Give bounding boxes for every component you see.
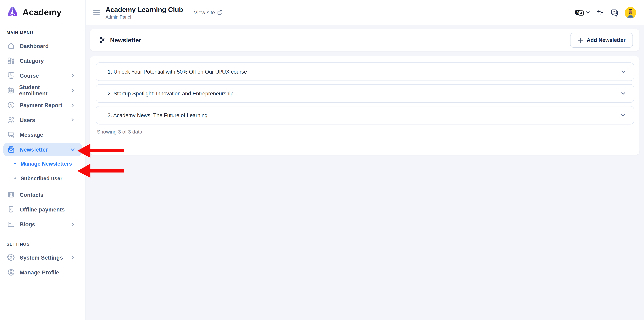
language-selector[interactable]: A [575, 8, 590, 17]
page-content: Newsletter Add Newsletter 1. Unlock Your… [86, 25, 644, 320]
chevron-right-icon [71, 222, 75, 226]
home-icon [7, 42, 15, 50]
brand-name: Academy [22, 8, 62, 17]
sidebar-subitem-label: Manage Newsletters [20, 160, 72, 166]
site-subtitle: Admin Panel [106, 14, 183, 19]
sidebar-item-payment-report[interactable]: $ Payment Report [0, 98, 86, 112]
page-title: Newsletter [110, 36, 141, 44]
chevron-right-icon [71, 103, 75, 107]
sidebar-subitem-manage-newsletters[interactable]: Manage Newsletters [0, 156, 86, 171]
sidebar-item-users[interactable]: Users [0, 112, 86, 128]
newsletter-title: 3. Academy News: The Future of Learning [108, 112, 208, 118]
bullet-dot [14, 163, 16, 164]
sidebar-item-label: Blogs [20, 221, 35, 228]
sidebar-item-offline-payments[interactable]: Offline payments [0, 202, 86, 217]
course-board-icon [7, 72, 15, 80]
gear-icon [7, 254, 15, 262]
sidebar-item-contacts[interactable]: Contacts [0, 187, 86, 202]
student-enrollment-icon [7, 86, 14, 94]
hamburger-menu-icon[interactable] [92, 8, 102, 17]
sidebar: Academy MAIN MENU Dashboard Category [0, 0, 86, 320]
add-newsletter-label: Add Newsletter [586, 37, 626, 43]
receipt-icon [7, 206, 15, 214]
newsletter-mail-icon [7, 146, 15, 154]
category-grid-icon [7, 57, 15, 65]
view-site-label: View site [194, 10, 215, 16]
sidebar-item-student-enrollment[interactable]: Student enrollment [0, 83, 86, 98]
external-link-icon [217, 10, 222, 15]
view-site-link[interactable]: View site [194, 10, 222, 16]
sidebar-subitem-subscribed-user[interactable]: Subscribed user [0, 171, 86, 186]
sidebar-section-settings: SETTINGS [6, 242, 79, 246]
avatar-image [625, 7, 636, 18]
showing-count-text: Showing 3 of 3 data [97, 129, 634, 135]
language-icon: A [575, 8, 584, 17]
help-button[interactable]: ? [610, 8, 619, 17]
sidebar-item-category[interactable]: Category [0, 53, 86, 68]
chevron-down-icon[interactable] [620, 68, 626, 75]
page-titlebar-card: Newsletter Add Newsletter [90, 29, 640, 51]
ai-assistant-button[interactable] [596, 8, 604, 17]
chevron-down-icon[interactable] [620, 112, 626, 118]
sidebar-item-course[interactable]: Course [0, 68, 86, 83]
chevron-right-icon [71, 256, 75, 260]
sliders-icon [99, 36, 106, 44]
sidebar-item-label: Users [20, 117, 35, 123]
sidebar-item-system-settings[interactable]: System Settings [0, 250, 86, 265]
site-title-block: Academy Learning Club Admin Panel [106, 6, 183, 19]
sidebar-item-label: Student enrollment [19, 84, 66, 96]
sidebar-item-label: Dashboard [20, 43, 49, 49]
main-area: Academy Learning Club Admin Panel View s… [86, 0, 644, 320]
chevron-right-icon [71, 88, 75, 92]
users-icon [7, 116, 15, 124]
sidebar-item-label: Course [20, 72, 39, 79]
chevron-down-icon [71, 147, 75, 152]
sidebar-subitem-label: Subscribed user [20, 175, 62, 182]
topbar-actions: A [575, 7, 636, 18]
sidebar-item-newsletter[interactable]: Newsletter [3, 143, 82, 156]
payment-dollar-icon: $ [7, 101, 15, 109]
sidebar-item-label: Contacts [20, 192, 44, 198]
sidebar-item-label: Category [20, 58, 44, 64]
sidebar-item-message[interactable]: Message [0, 127, 86, 142]
sidebar-item-label: Message [20, 132, 43, 138]
sidebar-item-label: Payment Report [20, 102, 62, 108]
site-title: Academy Learning Club [106, 6, 183, 14]
newsletter-title: 1. Unlock Your Potential with 50% Off on… [108, 68, 247, 75]
newsletter-accordion-row[interactable]: 3. Academy News: The Future of Learning [96, 106, 634, 124]
sidebar-item-manage-profile[interactable]: Manage Profile [0, 265, 86, 280]
topbar: Academy Learning Club Admin Panel View s… [86, 0, 644, 25]
newsletter-accordion-row[interactable]: 1. Unlock Your Potential with 50% Off on… [96, 62, 634, 81]
sidebar-item-label: Offline payments [20, 206, 65, 213]
sidebar-section-main-menu: MAIN MENU [6, 30, 79, 35]
user-avatar[interactable] [625, 7, 636, 18]
svg-text:$: $ [10, 103, 12, 107]
add-newsletter-button[interactable]: Add Newsletter [570, 32, 633, 48]
blogs-icon [7, 220, 15, 228]
brand-logo: Academy [0, 0, 86, 25]
bullet-dot [14, 178, 16, 179]
newsletter-title: 2. Startup Spotlight: Innovation and Ent… [108, 90, 234, 96]
chevron-down-icon[interactable] [620, 90, 626, 96]
sidebar-item-label: Newsletter [20, 146, 48, 153]
sidebar-item-label: Manage Profile [20, 269, 59, 276]
sidebar-item-blogs[interactable]: Blogs [0, 217, 86, 232]
academy-logo-icon [6, 6, 20, 20]
contacts-card-icon [7, 190, 15, 199]
svg-text:?: ? [613, 10, 615, 13]
sparkles-icon [596, 8, 604, 17]
plus-icon [578, 37, 584, 43]
chevron-down-icon [586, 10, 590, 15]
help-chat-icon: ? [610, 8, 619, 17]
message-bubbles-icon [7, 131, 15, 139]
chevron-right-icon [71, 74, 75, 78]
sidebar-item-dashboard[interactable]: Dashboard [0, 39, 86, 54]
newsletter-list-card: 1. Unlock Your Potential with 50% Off on… [90, 56, 640, 155]
newsletter-accordion-row[interactable]: 2. Startup Spotlight: Innovation and Ent… [96, 84, 634, 103]
profile-circle-icon [7, 268, 15, 276]
app-root: Academy MAIN MENU Dashboard Category [0, 0, 644, 320]
sidebar-item-label: System Settings [20, 254, 63, 261]
chevron-right-icon [71, 118, 75, 122]
